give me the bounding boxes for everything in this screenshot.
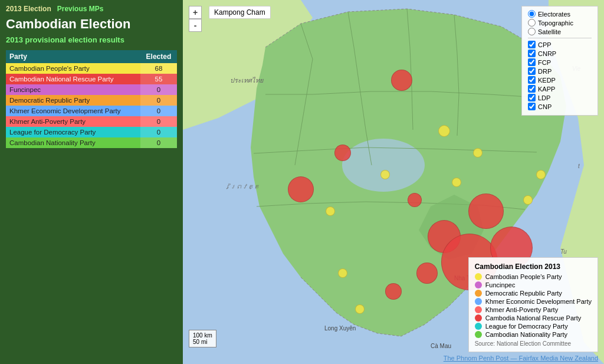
checkbox-label: CNP bbox=[538, 103, 552, 110]
radio-options: ElectoratesTopographicSatellite bbox=[528, 10, 592, 35]
page-title: Cambodian Election bbox=[6, 17, 177, 32]
checkbox-item[interactable]: CNP bbox=[528, 103, 592, 110]
svg-text:Cà Mau: Cà Mau bbox=[431, 343, 451, 349]
legend-source: Source: National Election Committee bbox=[475, 340, 592, 347]
checkbox-input[interactable] bbox=[528, 76, 536, 84]
checkbox-input[interactable] bbox=[528, 58, 536, 66]
checkbox-label: LDP bbox=[538, 94, 550, 101]
checkbox-item[interactable]: KAPP bbox=[528, 85, 592, 93]
svg-text:Long Xuyên: Long Xuyên bbox=[324, 325, 356, 332]
legend-item: League for Democracy Party bbox=[475, 323, 592, 330]
elected-count: 0 bbox=[140, 116, 177, 127]
legend-color bbox=[475, 281, 482, 288]
elected-count: 55 bbox=[140, 74, 177, 84]
legend-label: Democratic Republic Party bbox=[485, 290, 562, 297]
table-body: Cambodian People's Party68Cambodian Nati… bbox=[6, 63, 177, 148]
nav-year: 2013 Election bbox=[6, 5, 51, 13]
radio-label: Topographic bbox=[538, 19, 573, 27]
radio-label: Electorates bbox=[538, 11, 570, 18]
legend-color bbox=[475, 273, 482, 280]
checkbox-input[interactable] bbox=[528, 103, 536, 110]
radio-item[interactable]: Topographic bbox=[528, 19, 592, 27]
checkbox-label: CPP bbox=[538, 41, 552, 48]
table-row: Cambodian Nationality Party0 bbox=[6, 137, 177, 148]
zoom-out-button[interactable]: - bbox=[189, 19, 202, 32]
table-row: Khmer Economic Development Party0 bbox=[6, 106, 177, 116]
layer-controls: ElectoratesTopographicSatellite CPPCNRPF… bbox=[521, 6, 598, 116]
legend-color bbox=[475, 314, 482, 322]
footer-anchor[interactable]: The Phnom Penh Post — Fairfax Media New … bbox=[444, 355, 598, 362]
table-row: Funcinpec0 bbox=[6, 84, 177, 95]
zoom-in-button[interactable]: + bbox=[189, 6, 202, 19]
radio-item[interactable]: Electorates bbox=[528, 10, 592, 18]
legend-item: Funcinpec bbox=[475, 281, 592, 288]
party-name: Funcinpec bbox=[6, 84, 140, 95]
legend: Cambodian Election 2013 Cambodian People… bbox=[468, 257, 598, 352]
legend-item: Khmer Economic Development Party bbox=[475, 298, 592, 305]
col-party: Party bbox=[6, 50, 140, 63]
checkbox-options: CPPCNRPFCPDRPKEDPKAPPLDPCNP bbox=[528, 41, 592, 110]
checkbox-input[interactable] bbox=[528, 41, 536, 48]
legend-color bbox=[475, 298, 482, 305]
legend-title: Cambodian Election 2013 bbox=[475, 263, 592, 271]
elected-count: 0 bbox=[140, 95, 177, 106]
radio-input[interactable] bbox=[528, 19, 536, 27]
svg-text:Tu: Tu bbox=[560, 248, 567, 255]
legend-item: Cambodian Nationality Party bbox=[475, 331, 592, 338]
checkbox-input[interactable] bbox=[528, 50, 536, 57]
table-row: Cambodian People's Party68 bbox=[6, 63, 177, 74]
radio-input[interactable] bbox=[528, 28, 536, 35]
checkbox-label: CNRP bbox=[538, 50, 556, 57]
legend-items: Cambodian People's PartyFuncinpecDemocra… bbox=[475, 273, 592, 338]
checkbox-label: FCP bbox=[538, 59, 551, 66]
legend-label: League for Democracy Party bbox=[485, 323, 568, 330]
legend-color bbox=[475, 323, 482, 330]
checkbox-label: KAPP bbox=[538, 86, 555, 93]
party-name: Democratic Republic Party bbox=[6, 95, 140, 106]
legend-label: Khmer Economic Development Party bbox=[485, 298, 592, 305]
party-name: League for Democracy Party bbox=[6, 127, 140, 137]
subtitle: 2013 provisional election results bbox=[6, 35, 177, 44]
legend-item: Khmer Anti-Poverty Party bbox=[475, 306, 592, 313]
radio-item[interactable]: Satellite bbox=[528, 28, 592, 35]
checkbox-label: KEDP bbox=[538, 77, 556, 84]
checkbox-item[interactable]: KEDP bbox=[528, 76, 592, 84]
elected-count: 0 bbox=[140, 137, 177, 148]
legend-label: Funcinpec bbox=[485, 281, 516, 288]
elected-count: 0 bbox=[140, 106, 177, 116]
scale-km: 100 km bbox=[193, 332, 212, 339]
svg-text:ព្រៃវត្ត: ព្រៃវត្ត bbox=[226, 183, 260, 190]
legend-item: Cambodian People's Party bbox=[475, 273, 592, 280]
location-label: Kampong Cham bbox=[209, 6, 271, 19]
map-controls: + - bbox=[189, 6, 202, 32]
radio-input[interactable] bbox=[528, 10, 536, 18]
scale-bar: 100 km 50 mi bbox=[189, 330, 216, 347]
legend-color bbox=[475, 306, 482, 313]
footer-link: The Phnom Penh Post — Fairfax Media New … bbox=[444, 355, 598, 362]
checkbox-input[interactable] bbox=[528, 67, 536, 75]
results-table: Party Elected Cambodian People's Party68… bbox=[6, 50, 177, 148]
checkbox-item[interactable]: FCP bbox=[528, 58, 592, 66]
table-row: Cambodian National Rescue Party55 bbox=[6, 74, 177, 84]
map-area: ประเทศไทย Vie t Tu ព្រៃវត្ត Long Xuyên C… bbox=[183, 0, 604, 364]
nav-prev-mps[interactable]: Previous MPs bbox=[57, 5, 104, 13]
checkbox-item[interactable]: CNRP bbox=[528, 50, 592, 57]
party-name: Khmer Economic Development Party bbox=[6, 106, 140, 116]
party-name: Cambodian National Rescue Party bbox=[6, 74, 140, 84]
checkbox-item[interactable]: DRP bbox=[528, 67, 592, 75]
elected-count: 0 bbox=[140, 84, 177, 95]
legend-label: Cambodian People's Party bbox=[485, 273, 562, 280]
checkbox-input[interactable] bbox=[528, 94, 536, 101]
legend-item: Cambodia National Rescue Party bbox=[475, 314, 592, 322]
checkbox-item[interactable]: CPP bbox=[528, 41, 592, 48]
elected-count: 68 bbox=[140, 63, 177, 74]
legend-color bbox=[475, 290, 482, 297]
elected-count: 0 bbox=[140, 127, 177, 137]
checkbox-item[interactable]: LDP bbox=[528, 94, 592, 101]
checkbox-label: DRP bbox=[538, 68, 552, 75]
legend-color bbox=[475, 331, 482, 338]
party-name: Cambodian People's Party bbox=[6, 63, 140, 74]
checkbox-input[interactable] bbox=[528, 85, 536, 93]
legend-label: Cambodian Nationality Party bbox=[485, 331, 567, 338]
legend-label: Cambodia National Rescue Party bbox=[485, 314, 582, 322]
